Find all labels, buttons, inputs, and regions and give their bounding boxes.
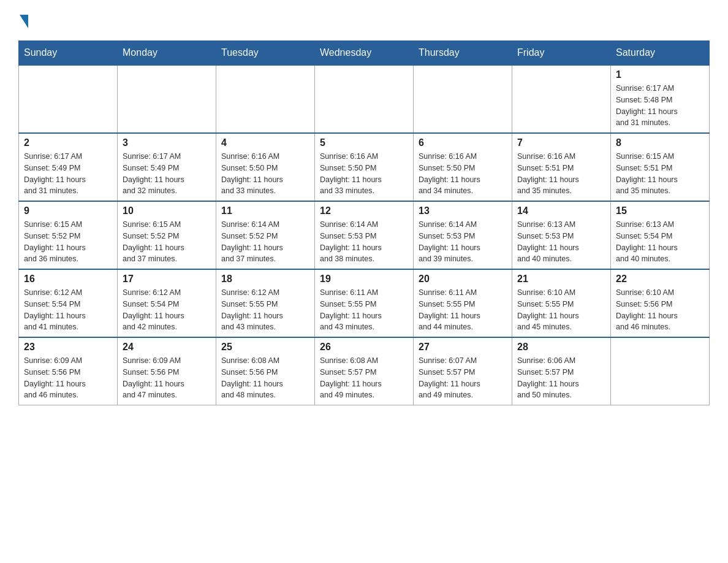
day-number: 3	[123, 137, 211, 148]
day-number: 2	[24, 137, 112, 148]
day-number: 22	[616, 274, 704, 285]
calendar-cell: 13Sunrise: 6:14 AM Sunset: 5:53 PM Dayli…	[414, 201, 512, 269]
calendar-cell: 24Sunrise: 6:09 AM Sunset: 5:56 PM Dayli…	[118, 337, 216, 405]
calendar-cell: 11Sunrise: 6:14 AM Sunset: 5:52 PM Dayli…	[216, 201, 315, 269]
day-info: Sunrise: 6:12 AM Sunset: 5:54 PM Dayligh…	[24, 287, 112, 333]
calendar-cell: 15Sunrise: 6:13 AM Sunset: 5:54 PM Dayli…	[611, 201, 710, 269]
day-number: 14	[517, 205, 605, 216]
day-info: Sunrise: 6:11 AM Sunset: 5:55 PM Dayligh…	[320, 287, 408, 333]
day-info: Sunrise: 6:08 AM Sunset: 5:57 PM Dayligh…	[320, 355, 408, 401]
day-info: Sunrise: 6:06 AM Sunset: 5:57 PM Dayligh…	[517, 355, 605, 401]
day-info: Sunrise: 6:13 AM Sunset: 5:53 PM Dayligh…	[517, 219, 605, 265]
calendar-cell: 9Sunrise: 6:15 AM Sunset: 5:52 PM Daylig…	[19, 201, 118, 269]
calendar-cell: 19Sunrise: 6:11 AM Sunset: 5:55 PM Dayli…	[315, 269, 414, 337]
day-info: Sunrise: 6:17 AM Sunset: 5:49 PM Dayligh…	[123, 151, 211, 197]
day-number: 27	[419, 342, 507, 353]
day-info: Sunrise: 6:15 AM Sunset: 5:52 PM Dayligh…	[24, 219, 112, 265]
calendar-cell	[512, 65, 611, 133]
calendar-cell: 17Sunrise: 6:12 AM Sunset: 5:54 PM Dayli…	[118, 269, 216, 337]
day-number: 19	[320, 274, 408, 285]
logo	[18, 12, 28, 28]
day-number: 13	[419, 205, 507, 216]
day-number: 23	[24, 342, 112, 353]
calendar-cell: 1Sunrise: 6:17 AM Sunset: 5:48 PM Daylig…	[611, 65, 710, 133]
day-number: 28	[517, 342, 605, 353]
weekday-header-wednesday: Wednesday	[315, 41, 414, 66]
calendar-cell	[315, 65, 414, 133]
calendar-cell: 12Sunrise: 6:14 AM Sunset: 5:53 PM Dayli…	[315, 201, 414, 269]
weekday-header-saturday: Saturday	[611, 41, 710, 66]
week-row-4: 23Sunrise: 6:09 AM Sunset: 5:56 PM Dayli…	[19, 337, 710, 405]
day-info: Sunrise: 6:11 AM Sunset: 5:55 PM Dayligh…	[419, 287, 507, 333]
day-info: Sunrise: 6:14 AM Sunset: 5:52 PM Dayligh…	[221, 219, 309, 265]
day-info: Sunrise: 6:07 AM Sunset: 5:57 PM Dayligh…	[419, 355, 507, 401]
calendar-cell: 25Sunrise: 6:08 AM Sunset: 5:56 PM Dayli…	[216, 337, 315, 405]
logo-triangle-icon	[20, 15, 28, 28]
day-info: Sunrise: 6:12 AM Sunset: 5:55 PM Dayligh…	[221, 287, 309, 333]
day-number: 25	[221, 342, 309, 353]
calendar-cell	[216, 65, 315, 133]
calendar-cell: 21Sunrise: 6:10 AM Sunset: 5:55 PM Dayli…	[512, 269, 611, 337]
day-info: Sunrise: 6:16 AM Sunset: 5:50 PM Dayligh…	[221, 151, 309, 197]
day-info: Sunrise: 6:14 AM Sunset: 5:53 PM Dayligh…	[320, 219, 408, 265]
week-row-3: 16Sunrise: 6:12 AM Sunset: 5:54 PM Dayli…	[19, 269, 710, 337]
day-number: 21	[517, 274, 605, 285]
day-number: 12	[320, 205, 408, 216]
weekday-header-sunday: Sunday	[19, 41, 118, 66]
calendar-cell: 23Sunrise: 6:09 AM Sunset: 5:56 PM Dayli…	[19, 337, 118, 405]
page-header	[18, 12, 710, 28]
calendar-cell: 4Sunrise: 6:16 AM Sunset: 5:50 PM Daylig…	[216, 133, 315, 201]
day-info: Sunrise: 6:08 AM Sunset: 5:56 PM Dayligh…	[221, 355, 309, 401]
weekday-header-row: SundayMondayTuesdayWednesdayThursdayFrid…	[19, 41, 710, 66]
calendar-cell: 3Sunrise: 6:17 AM Sunset: 5:49 PM Daylig…	[118, 133, 216, 201]
weekday-header-friday: Friday	[512, 41, 611, 66]
day-number: 24	[123, 342, 211, 353]
calendar-cell: 28Sunrise: 6:06 AM Sunset: 5:57 PM Dayli…	[512, 337, 611, 405]
day-number: 1	[616, 69, 704, 80]
calendar-cell: 27Sunrise: 6:07 AM Sunset: 5:57 PM Dayli…	[414, 337, 512, 405]
day-info: Sunrise: 6:16 AM Sunset: 5:50 PM Dayligh…	[419, 151, 507, 197]
calendar-cell: 6Sunrise: 6:16 AM Sunset: 5:50 PM Daylig…	[414, 133, 512, 201]
week-row-1: 2Sunrise: 6:17 AM Sunset: 5:49 PM Daylig…	[19, 133, 710, 201]
calendar-cell: 14Sunrise: 6:13 AM Sunset: 5:53 PM Dayli…	[512, 201, 611, 269]
day-info: Sunrise: 6:12 AM Sunset: 5:54 PM Dayligh…	[123, 287, 211, 333]
calendar-cell	[611, 337, 710, 405]
day-info: Sunrise: 6:14 AM Sunset: 5:53 PM Dayligh…	[419, 219, 507, 265]
day-number: 6	[419, 137, 507, 148]
day-number: 8	[616, 137, 704, 148]
day-info: Sunrise: 6:17 AM Sunset: 5:49 PM Dayligh…	[24, 151, 112, 197]
calendar-cell: 5Sunrise: 6:16 AM Sunset: 5:50 PM Daylig…	[315, 133, 414, 201]
day-number: 16	[24, 274, 112, 285]
weekday-header-thursday: Thursday	[414, 41, 512, 66]
calendar-cell: 2Sunrise: 6:17 AM Sunset: 5:49 PM Daylig…	[19, 133, 118, 201]
day-number: 10	[123, 205, 211, 216]
day-info: Sunrise: 6:10 AM Sunset: 5:55 PM Dayligh…	[517, 287, 605, 333]
day-number: 4	[221, 137, 309, 148]
day-info: Sunrise: 6:13 AM Sunset: 5:54 PM Dayligh…	[616, 219, 704, 265]
day-info: Sunrise: 6:16 AM Sunset: 5:51 PM Dayligh…	[517, 151, 605, 197]
day-number: 7	[517, 137, 605, 148]
calendar-cell: 7Sunrise: 6:16 AM Sunset: 5:51 PM Daylig…	[512, 133, 611, 201]
day-info: Sunrise: 6:09 AM Sunset: 5:56 PM Dayligh…	[24, 355, 112, 401]
weekday-header-tuesday: Tuesday	[216, 41, 315, 66]
calendar-table: SundayMondayTuesdayWednesdayThursdayFrid…	[18, 40, 710, 405]
day-info: Sunrise: 6:16 AM Sunset: 5:50 PM Dayligh…	[320, 151, 408, 197]
calendar-cell: 16Sunrise: 6:12 AM Sunset: 5:54 PM Dayli…	[19, 269, 118, 337]
day-number: 15	[616, 205, 704, 216]
day-number: 5	[320, 137, 408, 148]
calendar-cell: 10Sunrise: 6:15 AM Sunset: 5:52 PM Dayli…	[118, 201, 216, 269]
calendar-cell: 22Sunrise: 6:10 AM Sunset: 5:56 PM Dayli…	[611, 269, 710, 337]
calendar-cell: 26Sunrise: 6:08 AM Sunset: 5:57 PM Dayli…	[315, 337, 414, 405]
day-info: Sunrise: 6:15 AM Sunset: 5:51 PM Dayligh…	[616, 151, 704, 197]
calendar-cell	[414, 65, 512, 133]
calendar-cell: 18Sunrise: 6:12 AM Sunset: 5:55 PM Dayli…	[216, 269, 315, 337]
day-number: 9	[24, 205, 112, 216]
day-info: Sunrise: 6:17 AM Sunset: 5:48 PM Dayligh…	[616, 83, 704, 129]
day-info: Sunrise: 6:10 AM Sunset: 5:56 PM Dayligh…	[616, 287, 704, 333]
day-number: 11	[221, 205, 309, 216]
day-info: Sunrise: 6:15 AM Sunset: 5:52 PM Dayligh…	[123, 219, 211, 265]
calendar-cell	[118, 65, 216, 133]
calendar-cell: 20Sunrise: 6:11 AM Sunset: 5:55 PM Dayli…	[414, 269, 512, 337]
calendar-cell	[19, 65, 118, 133]
day-number: 20	[419, 274, 507, 285]
